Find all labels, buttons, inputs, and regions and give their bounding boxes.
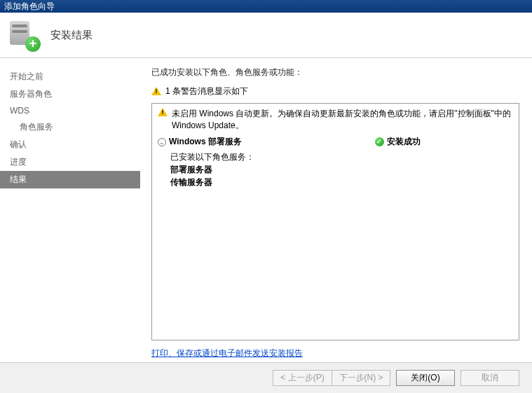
role-result-row: ⌄ Windows 部署服务 ✓ 安装成功 bbox=[158, 136, 513, 148]
sidebar-item-confirmation[interactable]: 确认 bbox=[0, 136, 140, 153]
warning-icon bbox=[158, 108, 168, 118]
next-button: 下一步(N) > bbox=[332, 370, 390, 386]
close-button[interactable]: 关闭(O) bbox=[396, 370, 455, 386]
installed-services-block: 已安装以下角色服务： 部署服务器 传输服务器 bbox=[158, 148, 513, 188]
service-item: 部署服务器 bbox=[170, 164, 513, 176]
auto-update-warning-text: 未启用 Windows 自动更新。为确保自动更新最新安装的角色或功能，请启用"控… bbox=[172, 108, 513, 132]
sidebar-item-results[interactable]: 结果 bbox=[0, 171, 140, 188]
button-bar: < 上一步(P) 下一步(N) > 关闭(O) 取消 bbox=[0, 362, 532, 393]
sidebar-item-progress[interactable]: 进度 bbox=[0, 153, 140, 171]
role-status: ✓ 安装成功 bbox=[375, 136, 421, 148]
warning-summary-row: 1 条警告消息显示如下 bbox=[140, 85, 519, 97]
nav-button-pair: < 上一步(P) 下一步(N) > bbox=[273, 370, 390, 386]
cancel-button: 取消 bbox=[461, 370, 519, 386]
role-status-label: 安装成功 bbox=[387, 136, 421, 148]
main-panel: 已成功安装以下角色、角色服务或功能： 1 条警告消息显示如下 未启用 Windo… bbox=[140, 58, 532, 362]
success-icon: ✓ bbox=[375, 137, 384, 146]
add-plus-icon: + bbox=[25, 36, 41, 52]
sidebar-item-server-roles[interactable]: 服务器角色 bbox=[0, 85, 140, 103]
results-frame: 未启用 Windows 自动更新。为确保自动更新最新安装的角色或功能，请启用"控… bbox=[151, 103, 519, 340]
page-title: 安装结果 bbox=[50, 29, 93, 42]
window-body: + 安装结果 开始之前 服务器角色 WDS 角色服务 确认 进度 结果 已成功安… bbox=[0, 13, 532, 393]
service-item: 传输服务器 bbox=[170, 177, 513, 188]
content-row: 开始之前 服务器角色 WDS 角色服务 确认 进度 结果 已成功安装以下角色、角… bbox=[0, 58, 532, 362]
warning-count-text: 1 条警告消息显示如下 bbox=[165, 85, 248, 97]
wizard-icon: + bbox=[8, 20, 39, 50]
collapse-toggle-icon[interactable]: ⌄ bbox=[158, 138, 166, 146]
sidebar-item-before-you-begin[interactable]: 开始之前 bbox=[0, 68, 140, 85]
back-button: < 上一步(P) bbox=[273, 370, 332, 386]
sidebar-item-role-services[interactable]: 角色服务 bbox=[0, 118, 140, 136]
window-titlebar: 添加角色向导 bbox=[0, 0, 532, 13]
wizard-header: + 安装结果 bbox=[0, 13, 532, 58]
installed-heading: 已安装以下角色服务： bbox=[170, 151, 513, 163]
report-link[interactable]: 打印、保存或通过电子邮件发送安装报告 bbox=[151, 347, 519, 359]
warning-icon bbox=[151, 87, 161, 97]
wizard-sidebar: 开始之前 服务器角色 WDS 角色服务 确认 进度 结果 bbox=[0, 58, 140, 362]
role-name: Windows 部署服务 bbox=[169, 136, 242, 148]
window-title: 添加角色向导 bbox=[4, 1, 55, 11]
sidebar-item-wds[interactable]: WDS bbox=[0, 103, 140, 118]
auto-update-warning-row: 未启用 Windows 自动更新。为确保自动更新最新安装的角色或功能，请启用"控… bbox=[158, 108, 513, 132]
summary-text: 已成功安装以下角色、角色服务或功能： bbox=[140, 67, 519, 78]
